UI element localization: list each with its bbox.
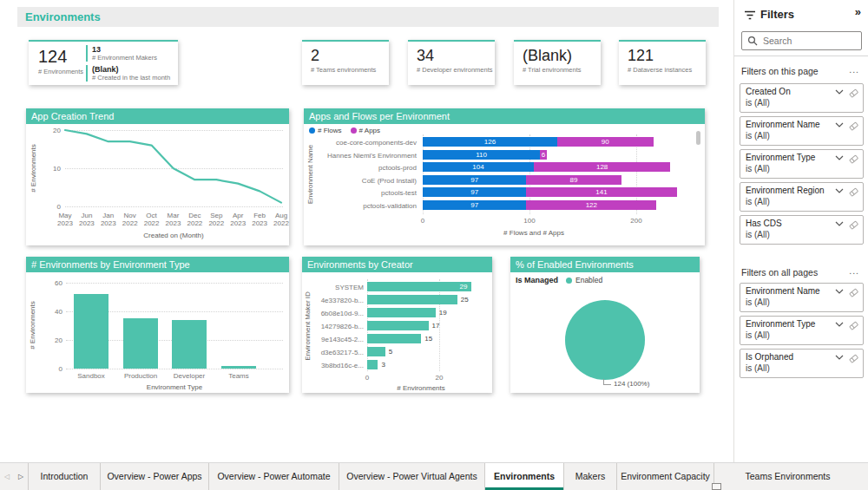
chevron-down-icon[interactable] xyxy=(835,188,844,193)
creator-bar[interactable] xyxy=(367,295,457,304)
tab-overview---power-apps[interactable]: Overview - Power Apps xyxy=(100,463,208,490)
eraser-icon[interactable] xyxy=(849,220,858,230)
tab-makers[interactable]: Makers xyxy=(563,463,616,490)
creator-bar[interactable] xyxy=(367,308,436,317)
bar-value-label: 90 xyxy=(557,137,654,147)
axis-tick-label: 40 xyxy=(43,308,62,316)
tab-overview---power-automate[interactable]: Overview - Power Automate xyxy=(208,463,339,490)
filter-card-is-orphaned[interactable]: Is Orphanedis (All) xyxy=(740,349,864,378)
kpi-card-developer-environments[interactable]: 34 # Developer environments xyxy=(408,40,495,85)
kpi-value: 2 xyxy=(311,47,389,64)
gridline xyxy=(66,369,283,369)
kpi-card-dataverse-instances[interactable]: 121 # Dataverse instances xyxy=(619,40,706,85)
bar-value-label: 17 xyxy=(432,321,440,330)
filters-pane-title: Filters xyxy=(760,8,794,21)
bar-value-label: 126 xyxy=(423,137,557,147)
kpi-environments: 124 # Environments xyxy=(29,42,86,85)
bar-value-label: 141 xyxy=(526,187,676,197)
eraser-icon[interactable] xyxy=(849,154,858,164)
legend-dot xyxy=(309,127,315,134)
filter-condition: is (All) xyxy=(746,297,858,307)
legend-item[interactable]: # Flows xyxy=(309,127,342,134)
chart-plot-area: 0204060SandboxProductionDeveloperTeamsEn… xyxy=(26,272,289,393)
filters-on-all-pages-label: Filters on all pages xyxy=(741,267,818,278)
axis-tick-label: 20 xyxy=(429,374,450,382)
collapse-pane-icon[interactable]: » xyxy=(855,5,861,18)
pie-slice-enabled[interactable] xyxy=(565,300,645,380)
creator-bar[interactable] xyxy=(367,360,378,369)
chevron-down-icon[interactable] xyxy=(835,89,844,95)
tab-introduction[interactable]: Introduction xyxy=(28,463,100,490)
eraser-icon[interactable] xyxy=(849,354,858,363)
eraser-icon[interactable] xyxy=(849,321,858,330)
column-bar[interactable] xyxy=(172,320,207,369)
tab-overview---power-virtual-agents[interactable]: Overview - Power Virtual Agents xyxy=(339,463,484,490)
kpi-label: # Trial environments xyxy=(523,66,601,74)
kpi-card-environments[interactable]: 124 # Environments 13 # Environment Make… xyxy=(29,40,178,85)
creator-bar[interactable] xyxy=(367,321,429,330)
chevron-down-icon[interactable] xyxy=(835,221,844,226)
kpi-card-trial-environments[interactable]: (Blank) # Trial environments xyxy=(514,40,601,85)
eraser-icon[interactable] xyxy=(849,121,858,131)
bar-value-label: 97 xyxy=(423,187,526,197)
tab-environment-capacity[interactable]: Environment Capacity xyxy=(616,463,713,490)
creator-bar[interactable] xyxy=(367,347,385,356)
chart-apps-flows-per-environment: Apps and Flows per Environment # Flows# … xyxy=(304,108,705,245)
column-bar[interactable] xyxy=(74,294,108,369)
pie-label-leader xyxy=(603,384,611,385)
eraser-icon[interactable] xyxy=(849,187,858,197)
trend-line[interactable] xyxy=(26,124,289,245)
bar-value-label: 6 xyxy=(540,150,546,160)
prev-page-icon[interactable]: ◁ xyxy=(0,463,14,490)
bar-value-label: 15 xyxy=(424,334,432,343)
filter-card-environment-type[interactable]: Environment Typeis (All) xyxy=(740,149,864,179)
column-bar[interactable] xyxy=(123,318,158,369)
bar-value-label: 5 xyxy=(389,347,392,356)
filter-search-box[interactable] xyxy=(741,31,862,50)
filter-condition: is (All) xyxy=(746,98,858,108)
pane-divider xyxy=(734,56,868,56)
creator-bar[interactable] xyxy=(367,334,421,343)
kpi-label: # Dataverse instances xyxy=(628,66,706,74)
axis-tick-label: 3b8bd16c-e... xyxy=(302,362,364,369)
kpi-label: # Environments xyxy=(38,68,86,75)
legend-item-label: Enabled xyxy=(575,276,602,284)
axis-tick-label: 4e337820-b... xyxy=(302,297,364,304)
chevron-down-icon[interactable] xyxy=(835,122,844,127)
bar-value-label: 104 xyxy=(423,162,534,172)
y-axis-title: Environment Name xyxy=(306,145,314,204)
filter-card-has-cds[interactable]: Has CDSis (All) xyxy=(740,215,864,245)
chevron-down-icon[interactable] xyxy=(835,155,844,160)
filter-card-environment-name[interactable]: Environment Nameis (All) xyxy=(740,116,864,146)
bar-value-label: 19 xyxy=(439,308,447,317)
filter-card-environment-name[interactable]: Environment Nameis (All) xyxy=(740,283,864,312)
axis-tick-label: d3e63217-5... xyxy=(302,349,364,356)
eraser-icon[interactable] xyxy=(849,288,858,297)
chevron-down-icon[interactable] xyxy=(835,322,844,327)
legend-dot xyxy=(351,127,357,134)
search-input[interactable] xyxy=(763,36,850,46)
kpi-card-teams-environments[interactable]: 2 # Teams environments xyxy=(302,40,389,85)
filter-condition: is (All) xyxy=(746,230,858,239)
axis-tick-label: Hannes Niemi's Environment xyxy=(304,152,417,160)
chevron-down-icon[interactable] xyxy=(835,289,844,294)
eraser-icon[interactable] xyxy=(849,88,858,98)
filter-card-created-on[interactable]: Created Onis (All) xyxy=(740,83,864,113)
scrollbar-thumb[interactable] xyxy=(696,131,700,145)
filter-card-environment-region[interactable]: Environment Regionis (All) xyxy=(740,182,864,212)
axis-tick-label: 0 xyxy=(43,365,62,373)
more-options-icon[interactable]: ... xyxy=(849,265,859,276)
page-title: Environments xyxy=(17,7,719,27)
filter-card-environment-type[interactable]: Environment Typeis (All) xyxy=(740,316,864,345)
chevron-down-icon[interactable] xyxy=(835,355,844,360)
more-options-icon[interactable]: ... xyxy=(849,64,859,75)
tab-environments[interactable]: Environments xyxy=(484,463,563,490)
pie-data-label: 124 (100%) xyxy=(614,380,649,388)
axis-tick-label: 6b08e10d-9... xyxy=(302,310,364,317)
filters-on-this-page-label: Filters on this page xyxy=(741,66,819,76)
next-page-icon[interactable]: ▷ xyxy=(14,463,28,490)
tab-teams-environments[interactable]: Teams Environments xyxy=(713,463,861,490)
legend-dot xyxy=(566,278,572,284)
legend-item[interactable]: # Apps xyxy=(351,127,380,134)
column-bar[interactable] xyxy=(221,366,256,369)
